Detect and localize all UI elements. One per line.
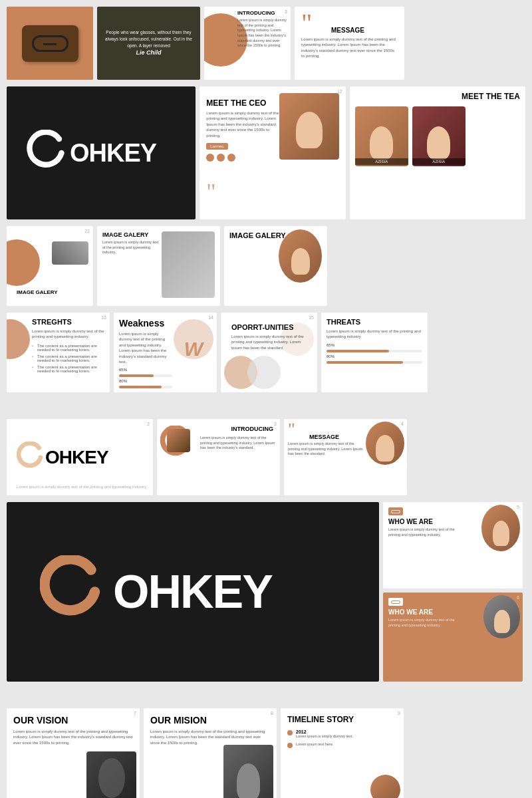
gallery2-text: Lorem ipsum is simply dummy text of the … xyxy=(102,240,162,255)
who-we-are-column: 5 WHO WE ARE Lorem ipsum is simply dummy… xyxy=(383,502,523,682)
slide-24-phone-glasses: 24 xyxy=(7,7,93,80)
slide-number: 6 xyxy=(517,595,519,600)
msg2-portrait xyxy=(366,422,404,465)
weakness-text: Lorem ipsum is simply dummy text of the … xyxy=(119,331,172,364)
row-5: 2 OHKEY Lorem ipsum is simply dummy text… xyxy=(7,419,525,495)
team-member-name-2: AZISIA xyxy=(412,158,466,165)
brand-c-2 xyxy=(17,442,49,473)
row3-spacer xyxy=(331,226,525,306)
orange-bg xyxy=(7,7,93,80)
row-1: 24 People who wear glasses, without them… xyxy=(7,7,525,80)
intro2-img-bg xyxy=(167,429,190,452)
quote-decoration: " xyxy=(301,10,312,37)
brand-tagline-2: Lorem ipsum is simply dummy text of the … xyxy=(17,485,147,489)
who1-content: WHO WE ARE Lorem ipsum is simply dummy t… xyxy=(388,507,462,537)
phone-mockup xyxy=(22,25,78,62)
mission-title: OUR MISION xyxy=(150,715,270,726)
who1-portrait xyxy=(481,505,520,551)
intro-content: INTRODUCING Lorem ipsum is simply dummy … xyxy=(237,10,287,49)
gallery3-portrait-bg xyxy=(279,229,322,283)
slide-opportunities: 15 OPORRT-UNITIES Lorem ipsum is simply … xyxy=(221,313,317,392)
timeline-dot-2 xyxy=(287,743,293,748)
who1-silhouette xyxy=(493,521,509,546)
who2-portrait-bg xyxy=(483,595,520,638)
row-7: 7 OUR VISION Lorem ipsum is simply dummy… xyxy=(7,708,525,798)
gallery2-image-bg xyxy=(162,231,215,298)
slide-image-gallery-2: IMAGE GALERY Lorem ipsum is simply dummy… xyxy=(97,226,220,306)
slide-meet-team: MEET THE TEA AZISIA AZISIA xyxy=(350,86,525,219)
who2-silhouette xyxy=(494,610,510,633)
section-divider-2 xyxy=(7,688,525,702)
glasses-shape-small xyxy=(391,510,400,513)
who1-text: Lorem ipsum is simply dummy text of the … xyxy=(388,527,462,537)
slide-2-brand: 2 OHKEY Lorem ipsum is simply dummy text… xyxy=(7,419,153,495)
strength-item-1: The content as a presentation are needed… xyxy=(32,342,104,353)
c-logo-svg xyxy=(27,130,73,176)
timeline-text-1: Lorem ipsum is simply dummy text. xyxy=(296,734,353,739)
slide-our-mission: 8 OUR MISION Lorem ipsum is simply dummy… xyxy=(144,708,277,798)
slide-number: 5 xyxy=(517,505,519,509)
slide-number: 8 xyxy=(271,711,273,716)
team-photo-bg-1 xyxy=(355,106,408,166)
opp-circles xyxy=(224,356,281,389)
mission-silhouette xyxy=(237,763,260,799)
ceo-photo-bg xyxy=(279,93,339,160)
slide-image-gallery-3: IMAGE GALERY xyxy=(224,226,327,306)
strength-item-3: The content as a presentation are needed… xyxy=(32,364,104,374)
timeline-item-2: Lorem ipsum text here. xyxy=(287,742,397,748)
slide-weakness: 14 Weakness Lorem ipsum is simply dummy … xyxy=(114,313,217,392)
quote-decoration: " xyxy=(206,180,215,206)
quote-mark-2: " xyxy=(288,421,295,438)
threats-bar-65 xyxy=(327,350,422,352)
intro2-title: INTRODUCING xyxy=(231,426,274,432)
row-3-gallery: 21 IMAGE GALERY IMAGE GALERY Lorem ipsum… xyxy=(7,226,525,306)
social-icon-2 xyxy=(217,154,225,162)
timeline-portrait-bg xyxy=(370,775,400,798)
threats-fill-65 xyxy=(327,350,389,352)
ceo-description: Lorem ipsum is simply dummy text of the … xyxy=(206,110,279,138)
progress-fill-80 xyxy=(119,386,162,388)
threats-label-65: 65% xyxy=(327,343,422,347)
progress-label-80: 80% xyxy=(119,379,172,383)
timeline-content-1: 2012 Lorem ipsum is simply dummy text. xyxy=(296,730,353,739)
glasses-thumbnail-bg xyxy=(52,241,88,265)
timeline-text-2: Lorem ipsum text here. xyxy=(296,742,333,747)
mission-text: Lorem ipsum is simply dummy text of the … xyxy=(150,729,270,745)
who1-portrait-bg xyxy=(481,505,520,551)
who1-title: WHO WE ARE xyxy=(388,518,462,525)
slide-brand-cover: OHKEY xyxy=(7,86,196,219)
threats-content: THREATS Lorem ipsum is simply dummy text… xyxy=(327,318,422,364)
row-6: OHKEY 5 WHO WE ARE Lorem ipsum is simply… xyxy=(7,502,525,682)
strengths-title: STREGHTS xyxy=(32,318,104,326)
intro2-c-logo xyxy=(160,426,197,462)
timeline-content-2: Lorem ipsum text here. xyxy=(296,742,333,747)
image-gallery-title: IMAGE GALERY xyxy=(17,289,57,296)
glasses-icon-small xyxy=(388,507,403,515)
timeline-year: 2012 xyxy=(296,730,353,734)
image-text: IMAGE GALERY xyxy=(17,289,57,295)
progress-bar-65 xyxy=(119,374,172,377)
social-icon-3 xyxy=(227,154,235,162)
opportunities-content: OPORRT-UNITIES Lorem ipsum is simply dum… xyxy=(226,318,312,356)
mission-image-bg xyxy=(223,745,273,798)
weakness-progress-2: 80% xyxy=(119,379,172,388)
weakness-title: Weakness xyxy=(119,318,172,329)
team-photo-1: AZISIA xyxy=(355,106,408,166)
quote-author: Lie Child xyxy=(136,49,162,56)
brand-name-2: OHKEY xyxy=(45,447,108,468)
opportunities-text: Lorem ipsum is simply dummy text of the … xyxy=(231,334,307,350)
intro2-small-img xyxy=(167,429,190,452)
slide-number: 4 xyxy=(401,422,404,426)
portrait-silhouette xyxy=(291,248,310,275)
slide-number: 9 xyxy=(398,711,400,716)
message-title: MESSAGE xyxy=(331,27,364,34)
vision-title: OUR VISION xyxy=(13,715,133,726)
gallery2-image xyxy=(162,231,215,298)
glasses-icon-white xyxy=(388,598,403,606)
timeline-portrait xyxy=(370,775,400,798)
slide-number: 3 xyxy=(274,422,277,426)
timeline-dot-1 xyxy=(287,730,293,735)
page-wrapper: 24 People who wear glasses, without them… xyxy=(0,0,532,798)
threats-text: Lorem ipsum is simply dummy text of the … xyxy=(327,329,422,340)
learn-button[interactable]: Lormeo xyxy=(206,143,227,150)
